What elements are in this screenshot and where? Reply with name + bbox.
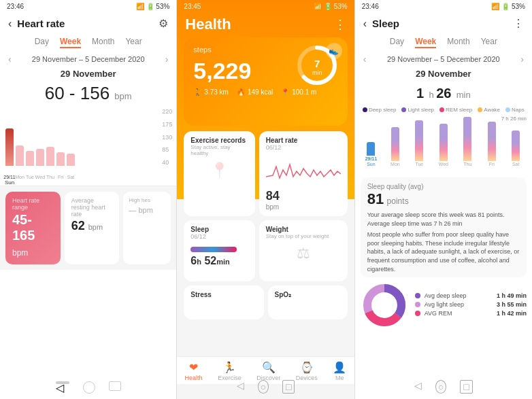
sleep-bar-tue: Tue <box>409 120 430 167</box>
sleep-bar-sun: 29/11 Sun <box>361 142 382 167</box>
svg-point-5 <box>376 297 393 313</box>
calories-stat: 🔥149 kcal <box>237 88 273 96</box>
x-label-sun: 29/11Sun <box>5 175 14 186</box>
time-p1: 23:46 <box>7 3 24 10</box>
back-phone-p3[interactable]: ◁ <box>414 380 422 394</box>
back-btn-phone[interactable]: ◁ <box>56 381 69 384</box>
resting-hr-card: Average resting heart rate 62 bpm <box>65 192 120 264</box>
home-btn-phone[interactable] <box>83 381 95 394</box>
weight-mini-card[interactable]: Weight Stay on top of your weight ⚖ <box>259 220 348 281</box>
p2-header: Health ⋮ <box>177 13 354 37</box>
sleep-color-bar <box>190 247 236 252</box>
time-p2: 23:45 <box>184 3 201 10</box>
home-phone-p3[interactable]: ○ <box>435 380 446 394</box>
sleep-breakdown-list: Avg deep sleep 1 h 49 min Avg light slee… <box>415 292 527 319</box>
distance-stat: 🚶3.73 km <box>193 88 229 96</box>
date-range-p3: 29 November – 5 December 2020 <box>387 55 500 63</box>
legend-rem: REM sleep <box>439 107 472 113</box>
legend-light: Light sleep <box>401 107 434 113</box>
status-bar-p3: 23:46 📶 🔋 53% <box>355 0 532 13</box>
weight-title: Weight <box>266 226 341 233</box>
tab-day-p3[interactable]: Day <box>390 37 404 48</box>
health-panel: 23:45 📶 🔋 53% Health ⋮ steps 5,229 🚶3.73… <box>177 0 354 399</box>
x-label-thu: Thu <box>46 175 54 186</box>
page-title-p1: Heart rate <box>17 18 159 29</box>
recent-phone-p2[interactable]: □ <box>282 380 295 394</box>
spo2-card[interactable]: SpO₂ <box>268 285 348 319</box>
resting-card-value: 62 bpm <box>71 219 113 233</box>
x-label-fri: Fri <box>56 175 65 186</box>
exercise-title: Exercise records <box>190 137 248 144</box>
quality-score: 81 <box>367 190 384 207</box>
back-phone-p2[interactable]: ◁ <box>237 380 244 394</box>
mini-cards-grid: Exercise records Stay active, stay healt… <box>177 131 354 281</box>
prev-arrow-p3[interactable]: ‹ <box>363 54 367 65</box>
deep-dot <box>415 293 420 298</box>
legend-naps: Naps <box>505 107 525 113</box>
rem-time: 1 h 42 min <box>497 310 527 317</box>
more-icon-p2[interactable]: ⋮ <box>334 17 346 32</box>
heart-rate-mini-card[interactable]: Heart rate 06/12 84 bpm <box>259 131 348 216</box>
date-range-p1: 29 November – 5 December 2020 <box>32 55 145 63</box>
tab-month-p1[interactable]: Month <box>92 37 114 48</box>
hr-mini-value: 84 <box>266 189 341 203</box>
stress-card[interactable]: Stress <box>184 285 263 319</box>
heart-rate-chart: 2201751308540 <box>0 105 176 173</box>
status-icons-p1: 📶 🔋 53% <box>136 3 170 10</box>
next-arrow-p1[interactable]: › <box>165 54 169 65</box>
range-card-value: 45-165 bpm <box>12 212 54 259</box>
gear-icon-p1[interactable]: ⚙ <box>159 17 168 30</box>
sleep-bar-mon: Mon <box>384 127 405 167</box>
next-arrow-p3[interactable]: › <box>520 54 524 65</box>
tab-week-p1[interactable]: Week <box>60 37 81 48</box>
sleep-mini-date: 06/12 <box>190 233 248 240</box>
tab-day-p1[interactable]: Day <box>35 37 49 48</box>
tab-week-p3[interactable]: Week <box>415 37 436 48</box>
back-button-p3[interactable]: ‹ <box>363 18 367 30</box>
bar-wed <box>36 149 44 166</box>
quality-label: Sleep quality (avg) <box>367 183 520 190</box>
light-time: 3 h 55 min <box>497 301 527 308</box>
exercise-nav-icon: 🏃 <box>222 361 236 374</box>
tab-month-p3[interactable]: Month <box>447 37 469 48</box>
phone-nav-p1: ◁ <box>0 379 176 396</box>
tab-year-p3[interactable]: Year <box>481 37 497 48</box>
breakdown-rem: AVG REM 1 h 42 min <box>415 310 527 317</box>
p3-header: ‹ Sleep ⋮ <box>355 13 532 33</box>
exercise-card[interactable]: Exercise records Stay active, stay healt… <box>184 131 254 216</box>
home-phone-p2[interactable]: ○ <box>258 380 269 394</box>
sleep-donut <box>361 281 408 329</box>
hr-mini-title: Heart rate <box>266 137 341 144</box>
light-label: Avg light sleep <box>425 301 464 308</box>
x-label-sat: Sat <box>67 175 75 186</box>
x-label-wed: Wed <box>36 175 44 186</box>
stats-row-p1: Heart rate range 45-165 bpm Average rest… <box>0 186 176 270</box>
sleep-breakdown-row: Avg deep sleep 1 h 49 min Avg light slee… <box>355 277 532 329</box>
sleep-bars: 29/11 Sun Mon Tue Wed Thu <box>361 116 527 167</box>
sleep-bar-fri: Fri <box>481 122 502 167</box>
deep-label: Avg deep sleep <box>425 292 467 299</box>
recent-btn-phone[interactable] <box>109 381 121 391</box>
steps-hero-card: steps 5,229 🚶3.73 km 🔥149 kcal 📍100.1 m <box>184 37 347 126</box>
sleep-panel: 23:46 📶 🔋 53% ‹ Sleep ⋮ Day Week Month Y… <box>355 0 532 399</box>
prev-arrow-p1[interactable]: ‹ <box>8 54 12 65</box>
me-nav-icon: 👤 <box>333 361 346 374</box>
back-button-p1[interactable]: ‹ <box>8 18 12 30</box>
tab-row-p1: Day Week Month Year <box>0 33 176 51</box>
bpm-range-display: 60 - 156 bpm <box>0 80 176 105</box>
tab-year-p1[interactable]: Year <box>125 37 142 48</box>
hr-mini-unit: bpm <box>266 203 341 211</box>
bottom-mini-grid: Stress SpO₂ <box>177 285 354 324</box>
sleep-mini-card[interactable]: Sleep 06/12 6h 52min <box>184 220 254 281</box>
legend-deep: Deep sleep <box>363 107 396 113</box>
bar-tue <box>26 151 34 166</box>
bar-mon <box>16 145 24 166</box>
sleep-time-display: 1 h 26 min <box>355 80 532 105</box>
exercise-icon: 📍 <box>190 162 248 179</box>
donut-svg <box>361 281 408 329</box>
status-bar-p2: 23:45 📶 🔋 53% <box>177 0 354 13</box>
status-icons-p3: 📶 🔋 53% <box>491 3 525 10</box>
recent-phone-p3[interactable]: □ <box>460 380 472 394</box>
high-he-card: High hes — bpm <box>123 192 171 264</box>
more-icon-p3[interactable]: ⋮ <box>513 17 524 30</box>
